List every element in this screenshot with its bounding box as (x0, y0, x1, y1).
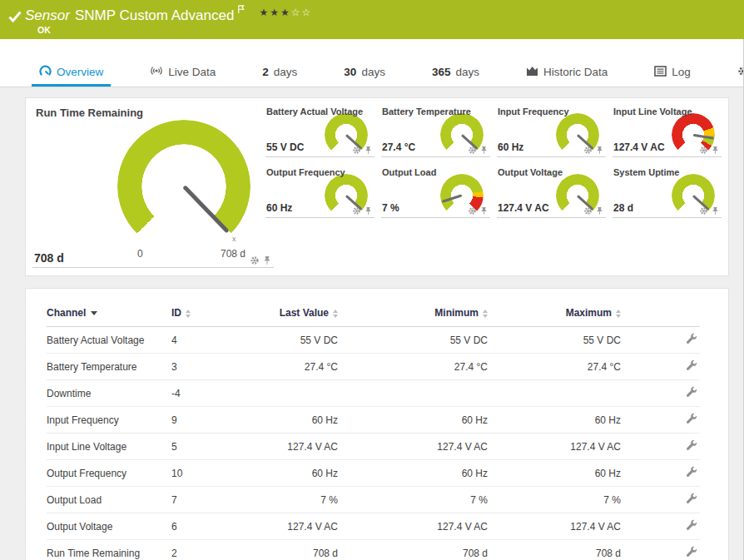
channels-table: Channel ID Last Value Minimum Maximum Ba… (47, 302, 700, 560)
gauge-value: 127.4 V AC (613, 141, 665, 153)
gauges-panel: Run Time Remaining x 0 708 d 708 d Batte… (25, 97, 729, 276)
gear-icon[interactable] (699, 206, 708, 216)
gauge-output-frequency: Output Frequency 60 Hz (265, 166, 374, 218)
cell-id: 4 (171, 327, 246, 354)
pin-icon[interactable] (364, 146, 373, 155)
column-header-maximum[interactable]: Maximum (488, 302, 621, 327)
table-row[interactable]: Downtime -4 (47, 380, 700, 407)
tab-30-days[interactable]: 30 days (336, 57, 393, 87)
cell-last-value: 60 Hz (246, 460, 338, 487)
pin-icon[interactable] (479, 206, 489, 216)
tab-historic-data[interactable]: Historic Data (518, 57, 615, 87)
gauge-value: 55 V DC (266, 141, 304, 153)
gauge-title: Input Frequency (497, 105, 606, 116)
wrench-icon[interactable] (686, 333, 697, 344)
gauge-value: 28 d (613, 202, 633, 214)
flag-icon[interactable] (237, 2, 246, 18)
ok-check-icon (8, 11, 22, 26)
cell-id: 2 (171, 540, 246, 560)
gear-icon[interactable] (250, 255, 260, 265)
gauge-dial: x (117, 120, 250, 253)
log-icon (654, 66, 667, 79)
table-row[interactable]: Run Time Remaining 2 708 d 708 d 708 d (47, 540, 700, 560)
gauge-title: Output Voltage (497, 166, 606, 177)
gauge-title: Output Load (381, 166, 490, 177)
cell-channel: Output Load (47, 487, 171, 513)
sensor-status-bar: SensorSNMP Custom Advanced★★★☆☆ OK (0, 0, 744, 39)
column-header-minimum[interactable]: Minimum (338, 302, 488, 327)
cell-last-value: 60 Hz (246, 407, 338, 434)
pin-icon[interactable] (364, 206, 373, 216)
peak-marker: x (232, 235, 236, 243)
table-row[interactable]: Output Frequency 10 60 Hz 60 Hz 60 Hz (47, 460, 700, 487)
wrench-icon[interactable] (686, 519, 697, 531)
gear-icon[interactable] (352, 146, 361, 155)
sort-icon (616, 310, 621, 318)
cell-minimum: 27.4 °C (338, 354, 488, 380)
gauge-value: 60 Hz (266, 202, 292, 214)
gauge-value: 60 Hz (498, 141, 523, 153)
tab-log[interactable]: Log (647, 57, 698, 87)
gear-icon[interactable] (352, 206, 361, 216)
gear-icon[interactable] (583, 206, 593, 216)
cell-channel: Battery Temperature (47, 354, 171, 380)
column-header-channel[interactable]: Channel (47, 302, 171, 327)
column-header-last-value[interactable]: Last Value (246, 302, 338, 327)
page-title: SensorSNMP Custom Advanced★★★☆☆ (25, 7, 312, 24)
gauge-title: System Uptime (613, 166, 722, 177)
gear-icon[interactable] (583, 146, 593, 155)
status-badge: OK (37, 25, 51, 35)
pin-icon[interactable] (595, 206, 604, 216)
table-row[interactable]: Output Voltage 6 127.4 V AC 127.4 V AC 1… (47, 513, 700, 540)
tab-live-data[interactable]: Live Data (142, 57, 223, 87)
cell-minimum: 55 V DC (338, 327, 488, 354)
cell-minimum: 60 Hz (338, 460, 488, 487)
table-row[interactable]: Input Frequency 9 60 Hz 60 Hz 60 Hz (47, 407, 700, 434)
tab-2-days[interactable]: 2 days (255, 57, 305, 87)
cell-id: 7 (171, 487, 246, 513)
cell-last-value (246, 380, 338, 407)
cell-maximum: 127.4 V AC (488, 434, 621, 460)
table-row[interactable]: Output Load 7 7 % 7 % 7 % (47, 487, 700, 513)
table-row[interactable]: Battery Temperature 3 27.4 °C 27.4 °C 27… (47, 354, 700, 380)
cell-channel: Output Frequency (47, 460, 171, 487)
gauge-title: Output Frequency (265, 166, 374, 177)
tab-365-days[interactable]: 365 days (424, 57, 487, 87)
table-row[interactable]: Input Line Voltage 5 127.4 V AC 127.4 V … (47, 434, 700, 460)
pin-icon[interactable] (262, 255, 272, 265)
gauge-max-label: 708 d (196, 248, 246, 260)
cell-id: 3 (171, 354, 246, 380)
tab-settings[interactable]: Settings (730, 57, 744, 87)
wrench-icon[interactable] (686, 466, 697, 478)
gear-icon[interactable] (699, 146, 708, 155)
pin-icon[interactable] (595, 146, 604, 155)
gauge-title: Input Line Voltage (613, 105, 722, 116)
pin-icon[interactable] (479, 146, 489, 155)
cell-last-value: 708 d (246, 540, 338, 560)
column-header-id[interactable]: ID (171, 302, 246, 327)
table-row[interactable]: Battery Actual Voltage 4 55 V DC 55 V DC… (47, 327, 700, 354)
cell-last-value: 27.4 °C (246, 354, 338, 380)
gauge-run-time-remaining: Run Time Remaining x 0 708 d 708 d (32, 103, 274, 268)
gear-icon[interactable] (468, 206, 477, 216)
cell-last-value: 127.4 V AC (246, 513, 338, 540)
tab-overview[interactable]: Overview (32, 57, 111, 87)
wrench-icon[interactable] (686, 386, 697, 398)
area-chart-icon (526, 65, 538, 79)
pin-icon[interactable] (711, 206, 720, 216)
small-gauges-grid: Battery Actual Voltage 55 V DC Battery T… (265, 105, 722, 218)
channels-panel: Channel ID Last Value Minimum Maximum Ba… (25, 288, 729, 560)
cell-channel: Downtime (47, 380, 171, 407)
pin-icon[interactable] (711, 146, 720, 155)
wrench-icon[interactable] (686, 439, 697, 451)
wrench-icon[interactable] (686, 546, 697, 558)
gauge-input-line-voltage: Input Line Voltage 127.4 V AC (613, 105, 722, 157)
wrench-icon[interactable] (686, 493, 697, 504)
priority-stars[interactable]: ★★★☆☆ (259, 7, 312, 18)
gauge-title: Battery Temperature (381, 105, 490, 116)
wrench-icon[interactable] (686, 359, 697, 371)
gauge-value: 27.4 °C (382, 141, 415, 153)
object-type-label: Sensor (25, 7, 70, 23)
wrench-icon[interactable] (686, 413, 697, 424)
gear-icon[interactable] (468, 146, 477, 155)
